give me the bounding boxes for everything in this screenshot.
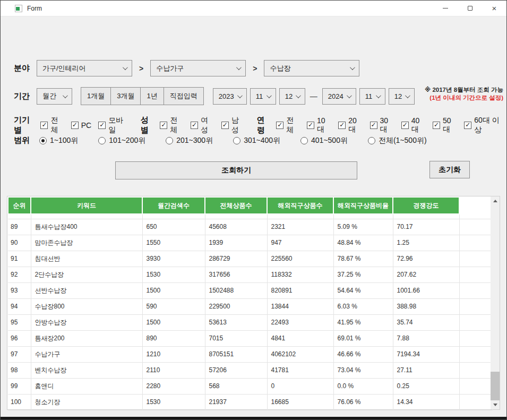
checkbox-label: 40대 — [411, 116, 426, 134]
table-row[interactable]: 93선반수납장1500150248882089154.64 %1001.66 — [8, 282, 492, 298]
search-button[interactable]: 조회하기 — [115, 161, 357, 179]
radio-label: 1~100위 — [50, 136, 78, 145]
start-month-select[interactable]: 11 — [250, 88, 276, 105]
checkbox-gender-male[interactable]: 남성 — [221, 116, 245, 135]
category-select-1-value: 가구/인테리어 — [42, 64, 86, 73]
table-header-row: 순위 키워드 월간검색수 전체상품수 해외직구상품수 해외직구상품비율 경쟁강도 — [8, 197, 492, 214]
category-select-2[interactable]: 수납가구 — [150, 60, 246, 76]
checkbox-age-all[interactable]: 전체 — [276, 116, 300, 135]
radio-icon — [368, 137, 375, 144]
header-total-products: 전체상품수 — [205, 197, 267, 214]
category-select-1[interactable]: 가구/인테리어 — [37, 60, 132, 76]
table-row[interactable]: 99홈앤디228056800.0 %0.25 — [8, 378, 492, 394]
checkbox-checked-icon — [98, 122, 106, 129]
period-note-line2: (1년 이내의 기간으로 설정) — [402, 94, 503, 102]
table-row[interactable]: 922단수납장153031765611833237.25 %207.62 — [8, 267, 492, 282]
scroll-down-button[interactable] — [491, 400, 500, 409]
chevron-down-icon — [376, 93, 381, 98]
radio-rank-all[interactable]: 전체(1~500위) — [368, 136, 427, 145]
device-label: 기기별 — [14, 115, 36, 135]
header-keyword: 키워드 — [31, 197, 142, 214]
table-row[interactable]: 98벤치수납장2110572064178173.04 %27.11 — [8, 362, 492, 378]
table-row[interactable]: 96틈새장2008907015484169.01 %7.88 — [8, 330, 492, 346]
table-row[interactable]: 91침대선반393028672922556078.67 %72.96 — [8, 251, 492, 267]
chevron-down-icon — [123, 65, 128, 70]
results-table: 순위 키워드 월간검색수 전체상품수 해외직구상품수 해외직구상품비율 경쟁강도… — [7, 196, 493, 410]
checkbox-gender-all[interactable]: 전체 — [160, 116, 184, 135]
end-month-value: 11 — [365, 92, 373, 100]
checkbox-checked-icon — [464, 122, 471, 129]
arrow-down-icon — [493, 404, 497, 406]
radio-rank-1-100[interactable]: 1~100위 — [39, 136, 78, 145]
chevron-down-icon — [63, 93, 68, 98]
vertical-scrollbar[interactable] — [491, 196, 500, 409]
radio-rank-201-300[interactable]: 201~300위 — [166, 136, 213, 145]
table-row[interactable]: 94수납장800590229500138446.03 %388.98 — [8, 298, 492, 314]
preset-1year-button[interactable]: 1년 — [140, 87, 164, 105]
reset-button[interactable]: 초기화 — [429, 161, 470, 178]
checkbox-age-30s[interactable]: 30대 — [370, 116, 394, 134]
checkbox-label: 전체 — [170, 116, 184, 135]
end-year-value: 2024 — [328, 92, 343, 100]
radio-rank-401-500[interactable]: 401~500위 — [300, 136, 348, 145]
radio-icon — [233, 137, 240, 144]
radio-rank-301-400[interactable]: 301~400위 — [233, 136, 280, 145]
maximize-button[interactable] — [458, 1, 482, 16]
end-year-select[interactable]: 2024 — [322, 88, 356, 105]
checkbox-age-50s[interactable]: 50대 — [433, 116, 457, 134]
close-button[interactable]: × — [482, 1, 506, 16]
chevron-down-icon — [236, 65, 242, 70]
checkbox-age-60s-plus[interactable]: 60대 이상 — [464, 116, 505, 135]
table-row[interactable]: 90맘마존수납장1550193994748.84 %1.25 — [8, 235, 492, 251]
preset-custom-button[interactable]: 직접입력 — [164, 87, 204, 105]
period-note: ※ 2017년 8월부터 조회 가능 (1년 이내의 기간으로 설정) — [402, 86, 503, 102]
category-select-3[interactable]: 수납장 — [264, 60, 359, 76]
header-overseas-products: 해외직구상품수 — [267, 197, 333, 214]
checkbox-age-40s[interactable]: 40대 — [401, 116, 426, 134]
title-bar: Form × — [1, 1, 506, 16]
checkbox-device-pc[interactable]: PC — [71, 121, 91, 130]
preset-3month-button[interactable]: 3개월 — [110, 87, 141, 105]
checkbox-checked-icon — [160, 122, 167, 129]
table-row[interactable]: 95안방수납장1500536132249341.95 %35.74 — [8, 314, 492, 330]
scroll-up-button[interactable] — [491, 196, 500, 205]
minimize-button[interactable] — [433, 1, 458, 16]
form-app-icon — [15, 5, 22, 12]
checkbox-gender-female[interactable]: 여성 — [191, 116, 214, 135]
checkbox-label: 남성 — [231, 116, 245, 135]
radio-label: 101~200위 — [109, 136, 145, 145]
close-icon: × — [492, 4, 497, 12]
radio-rank-101-200[interactable]: 101~200위 — [98, 136, 145, 145]
checkbox-label: 전체 — [50, 116, 64, 135]
checkbox-checked-icon — [71, 122, 79, 129]
checkbox-device-all[interactable]: 전체 — [40, 116, 64, 135]
start-day-value: 12 — [285, 92, 293, 100]
chevron-down-icon — [296, 93, 301, 98]
table-row[interactable]: 97수납가구12108705151406210246.66 %7194.34 — [8, 346, 492, 362]
scrollbar-thumb[interactable] — [491, 372, 500, 400]
radio-label: 401~500위 — [311, 136, 348, 145]
chevron-down-icon — [237, 93, 243, 98]
range-label: 범위 — [14, 135, 30, 145]
category-separator: > — [253, 64, 257, 73]
checkbox-age-20s[interactable]: 20대 — [338, 116, 363, 134]
period-preset-group: 1개월 3개월 1년 직접입력 — [81, 87, 203, 105]
category-separator: > — [139, 64, 143, 73]
start-day-select[interactable]: 12 — [279, 88, 305, 105]
device-filter-group: 기기별 전체 PC 모바일 — [14, 115, 129, 135]
checkbox-age-10s[interactable]: 10대 — [307, 116, 331, 134]
table-row[interactable]: 100청소기장1530219371668576.06 %14.34 — [8, 394, 492, 410]
preset-1month-button[interactable]: 1개월 — [81, 87, 111, 105]
end-month-select[interactable]: 11 — [359, 88, 385, 105]
period-unit-select[interactable]: 월간 — [37, 88, 72, 105]
arrow-up-icon — [493, 200, 497, 202]
checkbox-checked-icon — [191, 122, 198, 129]
maximize-icon — [468, 6, 472, 11]
checkbox-checked-icon — [276, 122, 283, 129]
table-row[interactable]: 89틈새수납장4006504560823215.09 %70.17 — [8, 219, 492, 235]
table-row-partial — [8, 214, 492, 219]
checkbox-device-mobile[interactable]: 모바일 — [98, 116, 128, 135]
radio-icon — [98, 137, 106, 144]
checkbox-label: 10대 — [317, 116, 331, 134]
start-year-select[interactable]: 2023 — [213, 88, 247, 105]
